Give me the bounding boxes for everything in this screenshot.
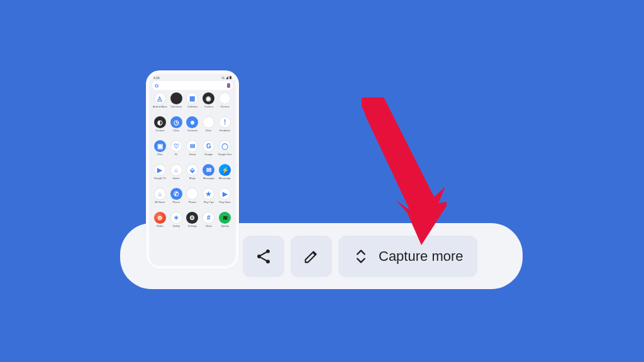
app-icon: ◉ <box>203 92 214 104</box>
app-icon: ▶ <box>219 188 231 200</box>
share-icon <box>255 248 272 265</box>
app-messenger[interactable]: ⚡Messenger <box>217 164 233 187</box>
app-icon: ▦ <box>186 92 198 104</box>
app-label: Gmail <box>189 153 196 156</box>
svg-line-3 <box>373 102 425 204</box>
signal-icon <box>226 76 228 79</box>
app-label: Phone <box>172 201 180 204</box>
app-icon <box>170 92 182 104</box>
app-label: Contacts <box>187 129 197 132</box>
app-radar[interactable]: ⊚Radar <box>152 212 168 234</box>
app-spotify[interactable]: ≋Spotify <box>217 212 233 234</box>
app-messages[interactable]: ✉Messages <box>201 164 216 187</box>
app-calculator[interactable]: Calculator <box>169 92 184 115</box>
app-chrome[interactable]: ◎Chrome <box>217 92 233 115</box>
app-label: Feedback <box>219 129 231 132</box>
app-label: Photos <box>189 201 196 204</box>
google-logo-icon: G <box>155 83 158 89</box>
app-drive[interactable]: △Drive <box>201 116 216 139</box>
app-mi-home[interactable]: ⌂MI Home <box>152 188 168 211</box>
app-icon: ◎ <box>219 92 231 104</box>
app-photos[interactable]: ✿Photos <box>185 188 201 211</box>
status-time: 4:54 <box>153 76 160 80</box>
app-google-one[interactable]: ◯Google One <box>217 140 233 163</box>
app-icon: ≋ <box>219 212 231 224</box>
app-slack[interactable]: #Slack <box>201 212 216 234</box>
app-icon: △ <box>203 116 214 128</box>
app-label: Files <box>157 153 162 156</box>
app-icon: ◷ <box>170 116 182 128</box>
app-clock[interactable]: ◷Clock <box>169 116 184 139</box>
edit-button[interactable] <box>291 236 332 277</box>
app-icon: ✿ <box>186 188 198 200</box>
expand-vertical-icon <box>352 248 370 265</box>
app-fit[interactable]: ♡Fit <box>169 140 184 163</box>
app-camera[interactable]: ◉Camera <box>201 92 216 115</box>
app-label: Messenger <box>219 177 231 180</box>
app-phone[interactable]: ✆Phone <box>169 188 184 211</box>
app-chrome[interactable]: ◐Chrome <box>152 116 168 139</box>
app-android-auto[interactable]: ◬Android Auto <box>152 92 168 115</box>
app-play-tips[interactable]: ★Play Tips <box>201 188 216 211</box>
mic-icon <box>227 83 230 88</box>
app-google[interactable]: GGoogle <box>201 140 216 163</box>
app-label: Slack <box>206 225 212 228</box>
app-icon: ✉ <box>186 140 198 152</box>
app-label: Settings <box>188 225 197 228</box>
app-label: Play Tips <box>204 201 214 204</box>
app-icon: ◬ <box>154 92 166 104</box>
app-icon: ⊚ <box>154 212 166 224</box>
app-safety[interactable]: ✶Safety <box>169 212 184 234</box>
capture-more-label: Capture more <box>379 248 464 265</box>
app-label: Camera <box>204 106 213 108</box>
app-label: Messages <box>203 177 214 180</box>
app-label: Fit <box>175 153 177 156</box>
app-home[interactable]: ⌂Home <box>169 164 184 187</box>
app-icon: ⌂ <box>154 188 166 200</box>
app-icon: ♡ <box>170 140 182 152</box>
app-icon: ⚙ <box>186 212 198 224</box>
search-bar[interactable]: G <box>152 81 233 90</box>
battery-percent-icon: % <box>222 76 225 80</box>
app-gmail[interactable]: ✉Gmail <box>185 140 201 163</box>
app-icon: ◐ <box>154 116 166 128</box>
app-label: Calculator <box>170 106 182 108</box>
status-bar: 4:54 % <box>152 76 233 81</box>
app-maps[interactable]: ⬙Maps <box>185 164 201 187</box>
app-feedback[interactable]: !Feedback <box>217 116 233 139</box>
app-files[interactable]: ▣Files <box>152 140 168 163</box>
app-settings[interactable]: ⚙Settings <box>185 212 201 234</box>
app-icon: ✉ <box>203 164 214 176</box>
app-icon: ✶ <box>170 212 182 224</box>
app-contacts[interactable]: ☻Contacts <box>185 116 201 139</box>
app-icon: ⚡ <box>219 164 231 176</box>
app-label: Android Auto <box>153 106 167 108</box>
app-calendar[interactable]: ▦Calendar <box>185 92 201 115</box>
app-play-store[interactable]: ▶Play Store <box>217 188 233 211</box>
app-label: Google One <box>218 153 232 156</box>
app-icon: ☻ <box>186 116 198 128</box>
app-label: Spotify <box>221 225 228 228</box>
app-label: Safety <box>173 225 180 228</box>
app-icon: ▶ <box>154 164 166 176</box>
illustration-stage: Capture more 4:54 % G ◬Android AutoCalcu… <box>0 0 644 362</box>
app-label: Home <box>173 177 180 180</box>
app-icon: ▣ <box>154 140 166 152</box>
app-label: Calendar <box>187 106 197 108</box>
app-label: Google <box>204 153 213 156</box>
app-label: Google TV <box>154 177 166 180</box>
capture-more-button[interactable]: Capture more <box>338 236 477 277</box>
battery-icon <box>230 76 231 79</box>
share-button[interactable] <box>243 236 284 277</box>
app-icon: G <box>203 140 214 152</box>
app-icon: ! <box>219 116 231 128</box>
app-icon: ⌂ <box>170 164 182 176</box>
app-label: Chrome <box>220 106 229 108</box>
app-icon: # <box>203 212 214 224</box>
app-google-tv[interactable]: ▶Google TV <box>152 164 168 187</box>
app-icon: ★ <box>203 188 214 200</box>
app-label: Drive <box>206 129 211 132</box>
phone-preview: 4:54 % G ◬Android AutoCalculator▦Calenda… <box>146 70 239 269</box>
app-label: Maps <box>189 177 196 180</box>
pencil-icon <box>303 248 320 265</box>
